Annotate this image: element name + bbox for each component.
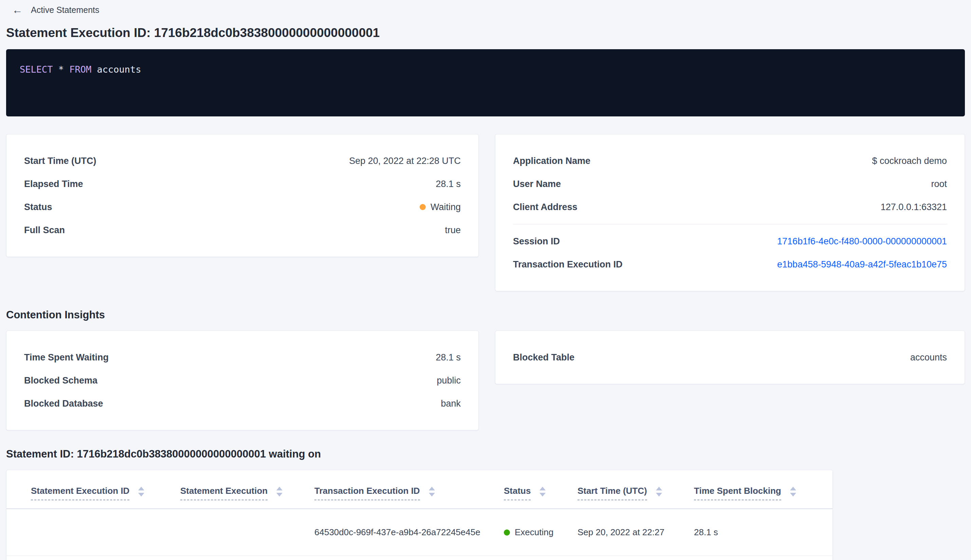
start-time-row: Start Time (UTC) Sep 20, 2022 at 22:28 U… <box>24 149 461 172</box>
contention-left-card: Time Spent Waiting 28.1 s Blocked Schema… <box>6 330 479 430</box>
column-label-status: Status <box>504 486 531 500</box>
application-name-value: $ cockroach demo <box>872 156 947 166</box>
blocked-table-label: Blocked Table <box>513 352 574 363</box>
sort-icon <box>656 487 662 497</box>
blocked-table-value: accounts <box>910 352 947 363</box>
application-name-label: Application Name <box>513 156 591 166</box>
sort-icon <box>790 487 796 497</box>
sort-icon <box>276 487 282 497</box>
details-cards-row: Start Time (UTC) Sep 20, 2022 at 22:28 U… <box>6 134 965 291</box>
sql-star: * <box>58 64 70 75</box>
session-id-link[interactable]: 1716b1f6-4e0c-f480-0000-000000000001 <box>777 236 947 247</box>
client-address-value: 127.0.0.1:63321 <box>881 202 947 212</box>
cell-time-spent-blocking: 28.1 s <box>694 527 833 538</box>
status-value: Waiting <box>420 202 461 212</box>
contention-insights-heading: Contention Insights <box>6 309 965 321</box>
transaction-execution-id-row: Transaction Execution ID e1bba458-5948-4… <box>513 253 947 276</box>
column-header-transaction-execution-id[interactable]: Transaction Execution ID <box>314 486 504 500</box>
time-spent-waiting-label: Time Spent Waiting <box>24 352 108 363</box>
user-name-value: root <box>931 179 947 189</box>
full-scan-row: Full Scan true <box>24 218 461 242</box>
blocked-schema-value: public <box>437 375 461 386</box>
executing-status-dot-icon <box>504 530 510 535</box>
blocked-schema-label: Blocked Schema <box>24 375 97 386</box>
back-link-label: Active Statements <box>31 5 99 15</box>
sql-statement-box: SELECT * FROM accounts <box>6 49 965 117</box>
contention-right-card: Blocked Table accounts <box>495 330 965 384</box>
status-value-text: Waiting <box>430 202 461 212</box>
full-scan-label: Full Scan <box>24 225 65 235</box>
transaction-execution-id-label: Transaction Execution ID <box>513 259 623 270</box>
user-name-row: User Name root <box>513 172 947 195</box>
sql-statement-text: SELECT * FROM accounts <box>20 63 951 75</box>
session-id-label: Session ID <box>513 236 560 247</box>
sql-keyword-from: FROM <box>69 64 97 75</box>
column-header-statement-execution[interactable]: Statement Execution <box>180 486 314 500</box>
blocked-table-row: Blocked Table accounts <box>513 346 947 369</box>
status-label: Status <box>24 202 52 212</box>
status-row: Status Waiting <box>24 195 461 218</box>
sql-keyword-select: SELECT <box>20 64 58 75</box>
overview-card: Start Time (UTC) Sep 20, 2022 at 22:28 U… <box>6 134 479 257</box>
blocked-schema-row: Blocked Schema public <box>24 369 461 392</box>
cell-start-time: Sep 20, 2022 at 22:27 <box>577 527 694 538</box>
sort-icon <box>539 487 546 497</box>
full-scan-value: true <box>445 225 461 235</box>
sql-table-name: accounts <box>97 64 141 75</box>
waiting-table-header: Statement Execution ID Statement Executi… <box>7 470 833 509</box>
sort-icon <box>138 487 144 497</box>
session-card-divider <box>513 224 947 224</box>
back-arrow-icon: ← <box>12 5 23 15</box>
waiting-on-table: Statement Execution ID Statement Executi… <box>6 470 833 560</box>
column-header-time-spent-blocking[interactable]: Time Spent Blocking <box>694 486 833 500</box>
cell-transaction-execution-id: 64530d0c-969f-437e-a9b4-26a72245e45e <box>314 527 504 538</box>
page-title: Statement Execution ID: 1716b218dc0b3838… <box>6 25 965 40</box>
statement-execution-page: ← Active Statements Statement Execution … <box>0 0 971 560</box>
waiting-on-heading: Statement ID: 1716b218dc0b38380000000000… <box>6 448 965 460</box>
column-label-time-spent-blocking: Time Spent Blocking <box>694 486 781 500</box>
blocked-database-label: Blocked Database <box>24 398 103 409</box>
column-label-transaction-execution-id: Transaction Execution ID <box>314 486 420 500</box>
table-row: 64530d0c-969f-437e-a9b4-26a72245e45e Exe… <box>7 509 833 556</box>
status-cell: Executing <box>504 527 577 538</box>
column-header-start-time[interactable]: Start Time (UTC) <box>577 486 694 500</box>
time-spent-waiting-row: Time Spent Waiting 28.1 s <box>24 346 461 369</box>
session-id-row: Session ID 1716b1f6-4e0c-f480-0000-00000… <box>513 230 947 253</box>
column-header-statement-execution-id[interactable]: Statement Execution ID <box>7 486 180 500</box>
start-time-label: Start Time (UTC) <box>24 156 97 166</box>
elapsed-time-row: Elapsed Time 28.1 s <box>24 172 461 195</box>
user-name-label: User Name <box>513 179 561 189</box>
session-card: Application Name $ cockroach demo User N… <box>495 134 965 291</box>
column-label-statement-execution-id: Statement Execution ID <box>31 486 129 500</box>
elapsed-time-label: Elapsed Time <box>24 179 83 189</box>
contention-cards-row: Time Spent Waiting 28.1 s Blocked Schema… <box>6 330 965 430</box>
sort-icon <box>429 487 435 497</box>
start-time-value: Sep 20, 2022 at 22:28 UTC <box>349 156 461 166</box>
waiting-status-dot-icon <box>420 204 426 210</box>
time-spent-waiting-value: 28.1 s <box>435 352 461 363</box>
blocked-database-row: Blocked Database bank <box>24 392 461 415</box>
blocked-database-value: bank <box>441 398 461 409</box>
elapsed-time-value: 28.1 s <box>435 179 461 189</box>
client-address-label: Client Address <box>513 202 577 212</box>
cell-status: Executing <box>504 527 577 538</box>
column-header-status[interactable]: Status <box>504 486 577 500</box>
column-label-start-time: Start Time (UTC) <box>577 486 647 500</box>
cell-status-text: Executing <box>515 527 554 538</box>
client-address-row: Client Address 127.0.0.1:63321 <box>513 195 947 218</box>
back-to-active-statements-link[interactable]: ← Active Statements <box>6 5 99 15</box>
column-label-statement-execution: Statement Execution <box>180 486 267 500</box>
application-name-row: Application Name $ cockroach demo <box>513 149 947 172</box>
transaction-execution-id-link[interactable]: e1bba458-5948-40a9-a42f-5feac1b10e75 <box>777 259 947 270</box>
